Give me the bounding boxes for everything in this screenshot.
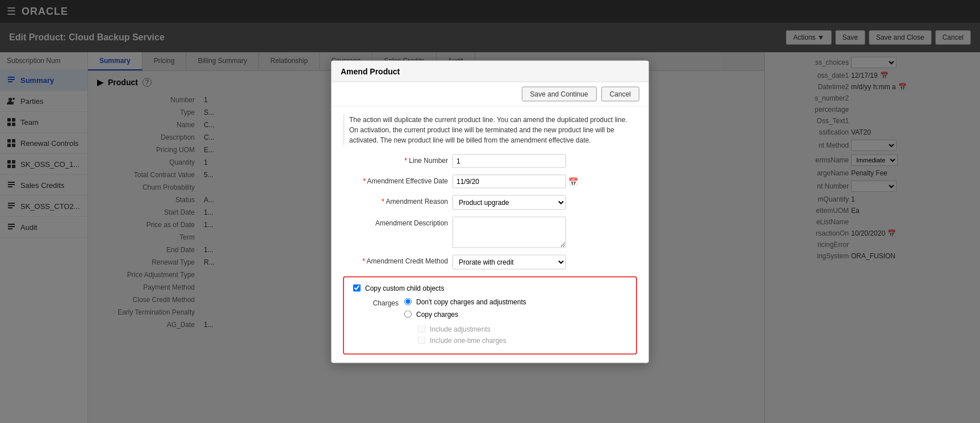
- copy-charges-radio[interactable]: [404, 311, 412, 318]
- amend-product-modal: Amend Product Save and Continue Cancel T…: [331, 60, 649, 363]
- modal-cancel-button[interactable]: Cancel: [601, 86, 639, 101]
- amendment-credit-method-label: Amendment Credit Method: [343, 254, 448, 265]
- copy-custom-label: Copy custom child objects: [365, 284, 444, 292]
- dont-copy-radio[interactable]: [404, 298, 412, 305]
- line-number-input[interactable]: [453, 154, 566, 167]
- amendment-date-input[interactable]: [453, 174, 566, 188]
- copy-custom-row: Copy custom child objects: [353, 284, 627, 292]
- amendment-reason-row: Amendment Reason Product upgrade: [343, 195, 637, 210]
- include-one-time-row: Include one-time charges: [418, 336, 526, 344]
- charges-section: Charges Don't copy charges and adjustmen…: [353, 298, 627, 344]
- amendment-credit-method-wrap: Prorate with credit: [453, 254, 566, 269]
- dont-copy-label: Don't copy charges and adjustments: [416, 298, 526, 305]
- modal-toolbar: Save and Continue Cancel: [332, 82, 648, 106]
- include-one-time-label: Include one-time charges: [430, 336, 506, 344]
- calendar-icon[interactable]: 📅: [568, 177, 578, 186]
- amendment-description-label: Amendment Description: [343, 216, 448, 227]
- amendment-reason-label: Amendment Reason: [343, 195, 448, 205]
- charges-label: Charges: [353, 298, 399, 307]
- amendment-description-input[interactable]: [453, 216, 566, 248]
- include-one-time-checkbox[interactable]: [418, 337, 425, 344]
- amendment-date-label: Amendment Effective Date: [343, 174, 448, 185]
- copy-charges-label: Copy charges: [416, 310, 458, 318]
- sub-checkboxes: Include adjustments Include one-time cha…: [418, 325, 526, 344]
- include-adjustments-row: Include adjustments: [418, 325, 526, 333]
- charges-radio-group: Don't copy charges and adjustments Copy …: [404, 298, 526, 344]
- copy-charges-row: Copy charges: [404, 310, 526, 318]
- highlight-box: Copy custom child objects Charges Don't …: [343, 276, 637, 354]
- modal-title: Amend Product: [341, 66, 400, 76]
- amendment-credit-method-select[interactable]: Prorate with credit: [453, 254, 566, 269]
- line-number-label: Line Number: [343, 154, 448, 164]
- modal-info-text: The action will duplicate the current pr…: [343, 114, 637, 145]
- modal-save-continue-button[interactable]: Save and Continue: [522, 86, 597, 101]
- amendment-reason-select[interactable]: Product upgrade: [453, 195, 566, 210]
- modal-header: Amend Product: [332, 61, 648, 82]
- amendment-description-row: Amendment Description: [343, 216, 637, 248]
- amendment-reason-wrap: Product upgrade: [453, 195, 566, 210]
- amendment-date-row: Amendment Effective Date 📅: [343, 174, 637, 188]
- include-adjustments-label: Include adjustments: [430, 325, 491, 333]
- dont-copy-row: Don't copy charges and adjustments: [404, 298, 526, 305]
- include-adjustments-checkbox[interactable]: [418, 325, 425, 333]
- copy-custom-checkbox[interactable]: [353, 284, 361, 292]
- line-number-row: Line Number: [343, 154, 637, 167]
- amendment-credit-method-row: Amendment Credit Method Prorate with cre…: [343, 254, 637, 269]
- modal-body: The action will duplicate the current pr…: [332, 106, 648, 362]
- amendment-date-wrap: 📅: [453, 174, 578, 188]
